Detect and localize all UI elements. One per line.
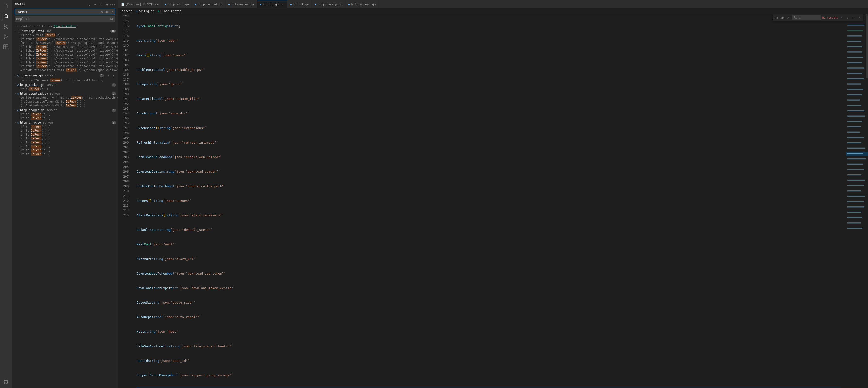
- line-num-177: 177: [123, 29, 129, 33]
- chevron-down-icon: ▾: [13, 30, 17, 32]
- code-line-195: Host string `json:"host"`: [136, 329, 841, 334]
- result-line[interactable]: isPeer = this.IsPeer(r): [12, 33, 118, 37]
- file-group-header-http-download[interactable]: ▾ ○ http_download.go server 3: [12, 91, 118, 96]
- svg-rect-44: [847, 190, 861, 191]
- search-icon[interactable]: [2, 12, 10, 20]
- result-text: if !c.IsPeer(r) {: [20, 129, 50, 132]
- tab-http-backup[interactable]: http_backup.go: [312, 0, 345, 8]
- svg-rect-23: [847, 83, 861, 84]
- clear-results-icon[interactable]: ≡: [93, 2, 98, 7]
- result-line[interactable]: if !this.IsPeer(r) </span><span class="c…: [12, 57, 118, 60]
- result-line[interactable]: if !c.IsPeer(r) {: [12, 144, 118, 148]
- result-line[interactable]: if !this.IsPeer(r) </span><span class="c…: [12, 60, 118, 64]
- code-line-181: Extensions []string `json:"extensions"`: [136, 126, 841, 130]
- result-line[interactable]: Config().AuthUrl != "" && !c.IsPeer(r) &…: [12, 96, 118, 100]
- svg-rect-31: [847, 126, 861, 127]
- tab-goutil[interactable]: goutil.go: [287, 0, 312, 8]
- code-editor[interactable]: type GlobalConfig struct { Addr string `…: [131, 14, 846, 388]
- result-line[interactable]: if !c.IsPeer(r) {: [12, 116, 118, 120]
- run-debug-icon[interactable]: [2, 32, 10, 41]
- result-text: isPeer = this.IsPeer(r): [20, 33, 61, 37]
- result-line[interactable]: func (c *Server) IsPeer(r *http.Request)…: [12, 78, 118, 82]
- tab-label-goutil: goutil.go: [293, 3, 309, 6]
- result-line[interactable]: if !c.IsPeer(r) {: [12, 152, 118, 156]
- breadcrumb-global-config[interactable]: GlobalConfig: [160, 9, 182, 13]
- file-group-header-http-info[interactable]: ▾ ○ http_info.go server 8: [12, 121, 118, 125]
- result-line[interactable]: func (this *Server) IsPeer(r *http.Reque…: [12, 41, 118, 45]
- find-select-all-icon[interactable]: ≡: [851, 16, 856, 20]
- result-line[interactable]: if !c.IsPeer(r) {: [12, 148, 118, 152]
- use-regex-btn[interactable]: .*: [110, 10, 114, 14]
- code-container[interactable]: 174 175 176 177 178 179 180 181 182 183 …: [118, 14, 846, 388]
- result-line[interactable]: if !this.IsPeer(r) </span><span class="c…: [12, 49, 118, 53]
- svg-rect-27: [847, 105, 862, 106]
- dismiss-icon[interactable]: ✕: [111, 73, 116, 78]
- result-text: if !c.IsPeer(r) {: [20, 113, 50, 116]
- result-line[interactable]: if !this.IsPeer(r) </span><span class="c…: [12, 37, 118, 41]
- code-line-193: QueueSize int `json:"queue_size"`: [136, 300, 841, 305]
- find-prev-icon[interactable]: ↑: [840, 16, 844, 20]
- result-line[interactable]: if !c.IsPeer(r) {: [12, 132, 118, 137]
- tab-http-upload[interactable]: http_upload.go: [345, 0, 379, 8]
- svg-rect-39: [847, 164, 863, 165]
- svg-rect-19: [847, 62, 862, 63]
- tab-icon-readme: 📄: [121, 3, 124, 6]
- result-line[interactable]: if !this.IsPeer(r) </span><span class="c…: [12, 64, 118, 68]
- collapse-all-icon[interactable]: ⊟: [104, 2, 109, 7]
- tab-http-info[interactable]: http_info.go: [162, 0, 192, 8]
- match-word-btn[interactable]: ab: [105, 10, 109, 14]
- extensions-icon[interactable]: [2, 43, 10, 51]
- more-actions-icon[interactable]: ···: [110, 2, 115, 7]
- replace-all-icon[interactable]: ↕: [106, 73, 111, 78]
- refresh-icon[interactable]: ↻: [87, 2, 92, 7]
- find-close-icon[interactable]: ✕: [857, 16, 862, 20]
- result-text: if !this.IsPeer(r) </span><span class="c…: [20, 49, 118, 52]
- breadcrumb-server[interactable]: server: [122, 9, 132, 13]
- find-input[interactable]: [792, 15, 821, 20]
- code-line-180: ShowDir bool `json:"show_dir"`: [136, 111, 841, 116]
- tab-close-config[interactable]: ✕: [280, 2, 284, 6]
- tab-label-http-info: http_info.go: [168, 3, 189, 6]
- files-icon[interactable]: [2, 2, 10, 10]
- svg-rect-41: [847, 174, 862, 175]
- find-whole-word-btn[interactable]: ab: [780, 16, 784, 20]
- result-line[interactable]: ().EnableGoogleAuth && !c.IsPeer(r) {: [12, 103, 118, 108]
- result-line[interactable]: ().DownloadUseToken && !c.IsPeer(r) {: [12, 100, 118, 103]
- tab-preview-readme[interactable]: 📄 [Preview] README.md: [118, 0, 162, 8]
- tab-fileserver[interactable]: fileserver.go: [225, 0, 257, 8]
- find-regex-btn[interactable]: .*: [786, 16, 790, 20]
- breadcrumb-config-go[interactable]: config.go: [138, 9, 154, 13]
- svg-rect-13: [847, 30, 863, 31]
- preserve-case-btn[interactable]: AB: [110, 17, 114, 21]
- code-line-188: DefaultScene string `json:"default_scene…: [136, 228, 841, 232]
- result-line[interactable]: if !this.IsPeer(r) </span><span class="c…: [12, 45, 118, 49]
- file-group-header-http-google[interactable]: ▾ ○ http_google.go server 2: [12, 108, 118, 112]
- file-count-http-backup: 1: [112, 83, 116, 87]
- open-in-editor-link[interactable]: Open in editor: [53, 25, 76, 28]
- file-group-header-http-backup[interactable]: ▾ ○ http_backup.go server 1: [12, 83, 118, 87]
- replace-input[interactable]: [15, 16, 110, 22]
- file-name-http-google: http_google.go: [20, 109, 44, 112]
- file-group-header-coverage[interactable]: ▾ ⟨⟩ coverage.html doc 10: [12, 29, 118, 33]
- result-line[interactable]: if !c.IsPeer(r) {: [12, 125, 118, 129]
- source-control-icon[interactable]: [2, 22, 10, 31]
- file-group-header-fileserver[interactable]: ▾ ○ fileserver.go server 1 ↕ ✕: [12, 72, 118, 78]
- result-line[interactable]: if !c.IsPeer(r) {: [12, 129, 118, 132]
- result-line[interactable]: if c.IsPeer(r) {: [12, 87, 118, 91]
- open-in-editor-icon[interactable]: ⊡: [99, 2, 103, 7]
- search-input[interactable]: [15, 9, 100, 14]
- chevron-down-icon: ▾: [13, 74, 17, 77]
- tab-http-reload[interactable]: http_reload.go: [192, 0, 225, 8]
- tab-config-go[interactable]: config.go ✕: [257, 0, 287, 8]
- result-line[interactable]: if !c.IsPeer(r) {: [12, 141, 118, 144]
- find-next-icon[interactable]: ↓: [845, 16, 850, 20]
- result-line[interactable]: ="cov8" title="1">if this.IsPeer(r) </sp…: [12, 68, 118, 72]
- tab-dot-fileserver: [228, 4, 230, 5]
- match-case-btn[interactable]: Aa: [100, 10, 104, 14]
- result-line[interactable]: if !c.IsPeer(r) {: [12, 112, 118, 116]
- result-line[interactable]: if !c.IsPeer(r) {: [12, 137, 118, 141]
- result-line[interactable]: if !this.IsPeer(r) </span><span class="c…: [12, 53, 118, 57]
- find-match-case-btn[interactable]: Aa: [774, 16, 779, 20]
- file-type-icon-fileserver: ○: [18, 74, 19, 77]
- github-icon[interactable]: [2, 378, 10, 386]
